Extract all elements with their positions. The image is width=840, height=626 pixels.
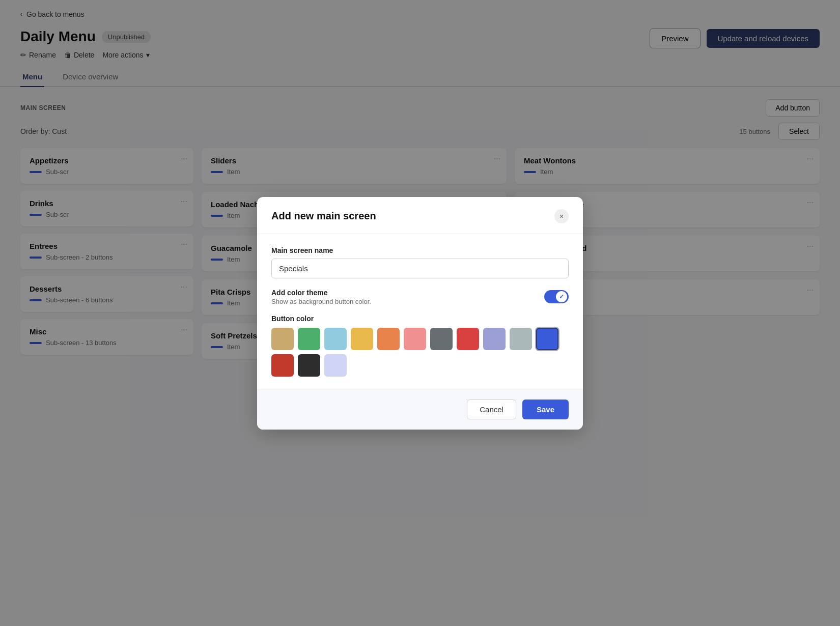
color-swatch[interactable] (271, 328, 294, 350)
modal-header: Add new main screen × (257, 197, 583, 234)
save-button[interactable]: Save (522, 400, 569, 419)
modal-close-button[interactable]: × (554, 209, 569, 223)
toggle-knob: ✓ (556, 291, 567, 302)
color-theme-title: Add color theme (271, 289, 371, 297)
color-swatch[interactable] (483, 328, 506, 350)
check-icon: ✓ (559, 293, 564, 300)
color-swatch[interactable] (324, 354, 347, 377)
modal-body: Main screen name Add color theme Show as… (257, 234, 583, 389)
name-field-input[interactable] (271, 259, 569, 278)
color-swatches (271, 328, 569, 377)
color-swatch[interactable] (324, 328, 347, 350)
color-swatch[interactable] (298, 328, 320, 350)
cancel-button[interactable]: Cancel (467, 400, 516, 419)
color-swatch[interactable] (404, 328, 426, 350)
modal-title: Add new main screen (271, 210, 376, 222)
color-swatch[interactable] (430, 328, 453, 350)
color-swatch[interactable] (377, 328, 400, 350)
color-swatch[interactable] (457, 328, 479, 350)
modal-overlay[interactable]: Add new main screen × Main screen name A… (0, 0, 840, 626)
color-theme-sub: Show as background button color. (271, 298, 371, 305)
color-theme-left: Add color theme Show as background butto… (271, 289, 371, 305)
color-swatch[interactable] (298, 354, 320, 377)
color-swatch[interactable] (271, 354, 294, 377)
button-color-label: Button color (271, 315, 569, 323)
color-swatch[interactable] (351, 328, 373, 350)
modal: Add new main screen × Main screen name A… (257, 197, 583, 430)
color-theme-toggle[interactable]: ✓ (544, 290, 569, 303)
name-field-label: Main screen name (271, 246, 569, 254)
color-swatch[interactable] (536, 328, 558, 350)
color-theme-row: Add color theme Show as background butto… (271, 289, 569, 305)
color-swatch[interactable] (510, 328, 532, 350)
color-section: Add color theme Show as background butto… (271, 289, 569, 377)
modal-footer: Cancel Save (257, 389, 583, 430)
